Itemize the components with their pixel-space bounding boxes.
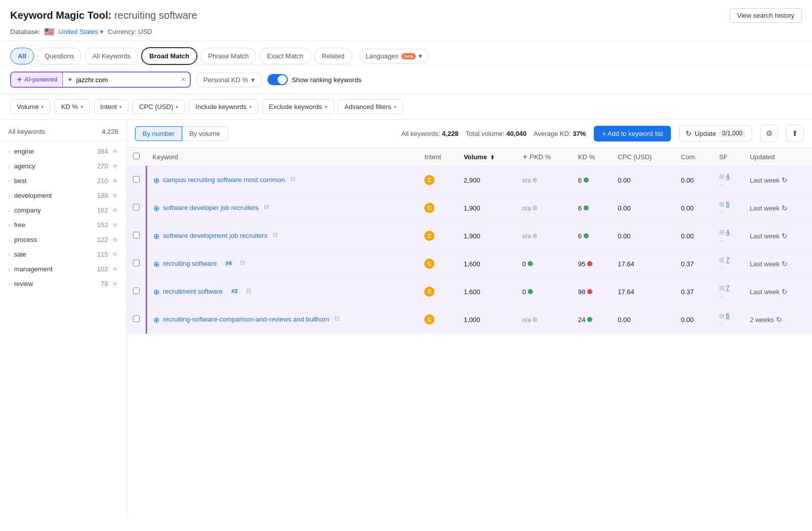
keywords-table: Keyword Intent Volume ⬍ ✦ PKD % KD % CPC…	[127, 148, 812, 334]
search-input[interactable]	[76, 76, 178, 84]
eye-icon[interactable]: 👁	[112, 251, 118, 258]
intent-cell: C	[418, 222, 457, 250]
sidebar-item-best[interactable]: › best 210 👁	[0, 173, 126, 188]
updated-cell: Last week ↻	[743, 166, 812, 194]
keyword-link[interactable]: ⊕ recruiting-software-comparison-and-rev…	[153, 315, 412, 325]
by-volume-button[interactable]: By volume	[182, 126, 228, 141]
filter-exclude-keywords[interactable]: Exclude keywords ▾	[262, 99, 334, 114]
tab-exact-match[interactable]: Exact Match	[259, 48, 311, 64]
sf-link[interactable]: 7	[726, 257, 730, 264]
languages-button[interactable]: Languages beta ▾	[359, 49, 429, 63]
add-to-keyword-list-button[interactable]: + Add to keyword list	[594, 126, 671, 141]
keyword-link[interactable]: ⊕ software development job recruiters ⊟	[153, 231, 412, 241]
sf-link[interactable]: 7	[726, 285, 730, 292]
eye-icon[interactable]: 👁	[112, 178, 118, 185]
row-checkbox[interactable]	[133, 232, 140, 238]
refresh-icon[interactable]: ↻	[782, 232, 788, 240]
sidebar-item-development[interactable]: › development 188 👁	[0, 188, 126, 203]
sf-cell: ⊞ 7--	[713, 250, 744, 278]
volume-cell: 1,600	[458, 278, 517, 306]
keyword-link[interactable]: ⊕ recruitment software #3 ⊟	[153, 287, 412, 297]
row-checkbox[interactable]	[133, 315, 140, 322]
kd-select-button[interactable]: Personal KD % ▾	[197, 73, 261, 87]
refresh-icon[interactable]: ↻	[782, 260, 788, 268]
table-icon: ⊟	[264, 203, 269, 210]
ai-search-wrap: ✦ AI-powered ✦ ×	[10, 72, 191, 88]
chevron-down-icon: ▾	[81, 104, 83, 110]
table-row: ⊕ recruiting-software-comparison-and-rev…	[127, 306, 812, 334]
tab-related[interactable]: Related	[314, 48, 352, 64]
table-row: ⊕ software development job recruiters ⊟ …	[127, 222, 812, 250]
keyword-link[interactable]: ⊕ software developer job recruiters ⊟	[153, 203, 412, 213]
keyword-link[interactable]: ⊕ recruiting software #4 ⊟	[153, 259, 412, 269]
tab-all[interactable]: All	[10, 48, 34, 64]
cpc-cell: 0.00	[612, 222, 674, 250]
chevron-right-icon: ›	[8, 149, 10, 155]
sidebar-item-sale[interactable]: › sale 115 👁	[0, 247, 126, 262]
sf-link[interactable]: 5	[726, 201, 730, 208]
sidebar-item-engine[interactable]: › engine 384 👁	[0, 144, 126, 159]
export-button[interactable]: ⬆	[786, 125, 804, 142]
update-button[interactable]: ↻ Update 0/1,000	[679, 125, 752, 141]
sidebar-item-agency[interactable]: › agency 270 👁	[0, 159, 126, 173]
row-checkbox[interactable]	[133, 204, 140, 210]
refresh-icon[interactable]: ↻	[776, 315, 782, 324]
show-ranking-toggle[interactable]	[267, 74, 288, 85]
eye-icon[interactable]: 👁	[112, 280, 118, 288]
com-cell: 0.37	[675, 278, 713, 306]
settings-button[interactable]: ⚙	[760, 125, 778, 142]
eye-icon[interactable]: 👁	[112, 192, 118, 199]
sparkle-icon: ✦	[16, 76, 22, 84]
sidebar-item-review[interactable]: › review 78 👁	[0, 276, 126, 291]
keyword-link[interactable]: ⊕ campus recruiting software most common…	[153, 175, 412, 185]
sf-cell: ⊞ 7--	[713, 278, 744, 306]
filter-cpc[interactable]: CPC (USD) ▾	[132, 99, 185, 114]
tab-questions[interactable]: Questions	[37, 48, 82, 64]
eye-icon[interactable]: 👁	[112, 163, 118, 170]
eye-icon[interactable]: 👁	[112, 236, 118, 243]
filter-kd[interactable]: KD % ▾	[54, 99, 89, 114]
kd-dot	[584, 233, 589, 238]
keyword-cell: ⊕ recruiting-software-comparison-and-rev…	[147, 306, 419, 334]
tab-broad-match[interactable]: Broad Match	[141, 47, 197, 65]
refresh-icon[interactable]: ↻	[782, 288, 788, 296]
row-checkbox[interactable]	[133, 176, 140, 183]
filter-advanced[interactable]: Advanced filters ▾	[338, 99, 403, 114]
pkd-dot	[528, 289, 533, 294]
filter-volume[interactable]: Volume ▾	[10, 99, 50, 114]
view-history-button[interactable]: View search history	[730, 8, 802, 23]
eye-icon[interactable]: 👁	[112, 148, 118, 155]
intent-cell: C	[418, 166, 457, 194]
intent-cell: C	[418, 194, 457, 222]
database-selector[interactable]: United States ▾	[58, 28, 104, 36]
pkd-cell: 0	[516, 250, 572, 278]
by-number-button[interactable]: By number	[135, 126, 182, 141]
pkd-cell: n/a	[516, 166, 572, 194]
select-all-checkbox[interactable]	[133, 153, 140, 159]
sf-link[interactable]: 4	[726, 229, 730, 236]
sf-link[interactable]: 6	[726, 312, 730, 320]
sidebar-item-management[interactable]: › management 102 👁	[0, 262, 126, 276]
row-checkbox[interactable]	[133, 260, 140, 266]
filter-intent[interactable]: Intent ▾	[94, 99, 129, 114]
sidebar-item-free[interactable]: › free 152 👁	[0, 218, 126, 232]
col-header-volume[interactable]: Volume ⬍	[458, 148, 517, 166]
row-checkbox[interactable]	[133, 288, 140, 294]
refresh-icon[interactable]: ↻	[782, 204, 788, 212]
filter-include-keywords[interactable]: Include keywords ▾	[189, 99, 258, 114]
clear-button[interactable]: ×	[181, 75, 185, 84]
sf-cell: ⊞ 4--	[713, 166, 744, 194]
tab-phrase-match[interactable]: Phrase Match	[200, 48, 256, 64]
refresh-icon[interactable]: ↻	[782, 176, 788, 184]
sf-link[interactable]: 4	[726, 173, 730, 180]
header: Keyword Magic Tool: recruiting software …	[0, 0, 812, 41]
cpc-cell: 17.64	[612, 278, 674, 306]
sidebar-item-company[interactable]: › company 162 👁	[0, 203, 126, 218]
com-cell: 0.00	[675, 166, 713, 194]
search-row: ✦ AI-powered ✦ × Personal KD % ▾ Show ra…	[0, 65, 812, 94]
tab-all-keywords[interactable]: All Keywords	[85, 48, 138, 64]
eye-icon[interactable]: 👁	[112, 207, 118, 214]
sidebar-item-process[interactable]: › process 122 👁	[0, 232, 126, 247]
eye-icon[interactable]: 👁	[112, 266, 118, 273]
eye-icon[interactable]: 👁	[112, 222, 118, 229]
